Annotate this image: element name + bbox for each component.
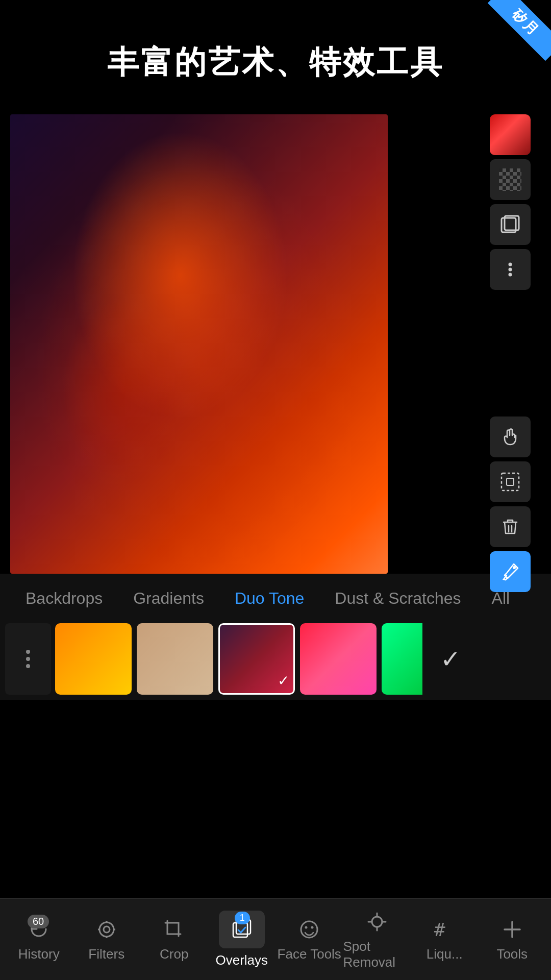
tab-duo-tone[interactable]: Duo Tone [219,589,319,608]
svg-point-7 [513,566,516,569]
spot-removal-icon [364,909,390,935]
tab-dust-scratches[interactable]: Dust & Scratches [319,589,476,608]
bottom-navigation: 60 History Filters Crop 1 [0,898,551,980]
swatch-selected-check: ✓ [278,672,289,689]
nav-history-label: History [18,946,60,962]
svg-point-8 [99,922,114,937]
nav-overlays-label: Overlays [215,952,268,968]
selection-button[interactable] [490,461,531,502]
svg-rect-6 [507,478,514,485]
more-icon [501,260,519,279]
image-overlay [10,114,388,574]
face-tools-icon [296,917,322,942]
svg-rect-14 [233,923,247,937]
tab-gradients[interactable]: Gradients [118,589,219,608]
liquify-icon: # [432,917,457,942]
tab-backdrops[interactable]: Backdrops [10,589,118,608]
pan-button[interactable] [490,416,531,457]
eyedropper-icon [499,561,521,582]
svg-point-3 [509,268,512,272]
filter-tabs-bar: Backdrops Gradients Duo Tone Dust & Scra… [0,574,551,618]
color-swatch-button[interactable] [490,114,531,155]
swatch-orange[interactable] [55,623,132,695]
selection-icon [499,471,521,493]
svg-point-9 [104,926,110,933]
checkmark-icon: ✓ [440,645,461,673]
ribbon-text: 矽月 [488,0,551,61]
overlays-badge: 1 [235,912,250,924]
right-toolbar-top [490,114,541,596]
more-options-button[interactable] [490,249,531,290]
nav-liquify[interactable]: # Liqu... [411,917,479,962]
swatch-dark-red[interactable]: ✓ [218,623,295,695]
svg-point-18 [311,926,314,929]
nav-crop[interactable]: Crop [140,917,208,962]
nav-history[interactable]: 60 History [5,917,73,962]
nav-crop-label: Crop [160,946,188,962]
nav-spot-removal-label: Spot Removal [343,939,411,970]
nav-overlays[interactable]: 1 Overlays [208,911,276,968]
hand-icon [499,426,521,448]
nav-filters-label: Filters [88,946,124,962]
nav-spot-removal[interactable]: Spot Removal [343,909,411,970]
history-badge: 60 [28,915,49,928]
layers-icon [499,214,521,235]
svg-text:#: # [434,919,445,940]
svg-rect-5 [502,473,519,491]
transparency-button[interactable] [490,159,531,200]
svg-point-17 [305,926,308,929]
nav-face-tools[interactable]: Face Tools [276,917,343,962]
image-background [10,114,388,574]
trash-icon [499,516,521,537]
swatch-more-button[interactable] [5,623,51,695]
checkerboard-icon [499,168,521,191]
delete-button[interactable] [490,506,531,547]
swatch-tan[interactable] [137,623,213,695]
nav-tools-label: Tools [496,946,528,962]
corner-ribbon: 矽月 [485,0,551,66]
crop-icon [161,917,187,942]
nav-face-tools-label: Face Tools [278,946,341,962]
page-title: 丰富的艺术、特效工具 [0,0,551,114]
apply-swatch-button[interactable]: ✓ [428,623,473,695]
nav-liquify-label: Liqu... [427,946,463,962]
svg-point-19 [372,917,382,927]
tools-add-icon [499,917,525,942]
swatch-pink-red[interactable] [300,623,377,695]
eyedropper-button[interactable] [490,551,531,592]
more-dots-icon [26,650,30,668]
nav-filters[interactable]: Filters [73,917,141,962]
nav-tools[interactable]: Tools [479,917,546,962]
svg-point-4 [509,273,512,277]
swatches-row: ✓ ✓ [0,618,551,700]
image-canvas[interactable] [10,114,388,574]
layers-button[interactable] [490,204,531,245]
filters-icon [94,917,119,942]
editor-area [10,114,541,574]
svg-point-2 [509,263,512,266]
swatch-green[interactable] [382,623,422,695]
